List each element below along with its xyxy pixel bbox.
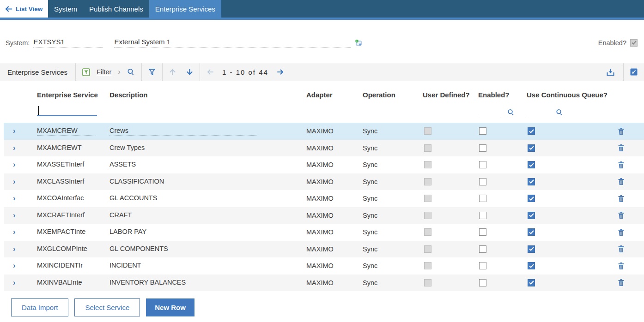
user-defined-checkbox: [424, 127, 431, 135]
clear-filter-funnel-icon[interactable]: [148, 68, 156, 76]
table-toolbar: Enterprise Services Filter ›: [0, 63, 644, 81]
queue-checkbox[interactable]: [528, 262, 535, 269]
column-header-description[interactable]: Description: [109, 91, 306, 99]
next-page-icon[interactable]: [277, 69, 284, 75]
table-row[interactable]: › MXGLCOMPInte GL COMPONENTS MAXIMO Sync: [4, 241, 644, 258]
table-row[interactable]: › MXCOAInterfac GL ACCOUNTS MAXIMO Sync: [4, 190, 644, 207]
row-description: CLASSIFICATION: [109, 178, 164, 186]
column-header-enabled[interactable]: Enabled?: [478, 91, 527, 99]
tab-enterprise-services[interactable]: Enterprise Services: [149, 0, 221, 18]
row-adapter: MAXIMO: [306, 245, 363, 253]
queue-checkbox[interactable]: [528, 212, 535, 219]
enabled-checkbox[interactable]: [479, 212, 486, 219]
footer-actions: Data Import Select Service New Row: [0, 291, 644, 316]
row-enterprise-service: MXINVBALInte: [37, 279, 82, 287]
delete-row-trash-icon[interactable]: [618, 228, 625, 236]
system-label: System:: [6, 39, 30, 47]
queue-checkbox[interactable]: [528, 279, 535, 286]
queue-checkbox[interactable]: [528, 245, 535, 253]
enabled-checkbox[interactable]: [479, 279, 486, 286]
queue-filter-search-icon[interactable]: [556, 109, 563, 116]
back-arrow-icon: [5, 6, 12, 12]
enabled-filter-search-icon[interactable]: [507, 109, 515, 116]
table-row[interactable]: › MXEMPACTInte LABOR PAY MAXIMO Sync: [4, 224, 644, 241]
select-service-button[interactable]: Select Service: [74, 298, 140, 316]
enabled-checkbox[interactable]: [479, 195, 486, 202]
collapse-table-icon[interactable]: [630, 68, 638, 76]
column-header-adapter[interactable]: Adapter: [306, 91, 363, 99]
row-operation: Sync: [363, 161, 423, 168]
enabled-checkbox[interactable]: [479, 178, 486, 185]
system-description-field[interactable]: External System 1: [114, 38, 351, 48]
next-row-icon[interactable]: [186, 68, 193, 76]
row-enterprise-service: MXAMCREWT: [37, 144, 82, 152]
enabled-checkbox[interactable]: [479, 127, 486, 135]
row-description: GL ACCOUNTS: [109, 194, 157, 203]
queue-filter-input[interactable]: [527, 108, 551, 116]
delete-row-trash-icon[interactable]: [618, 144, 625, 152]
queue-checkbox[interactable]: [528, 127, 535, 135]
row-expand-chevron-icon[interactable]: ›: [4, 279, 15, 286]
system-value-field[interactable]: EXTSYS1: [33, 38, 103, 48]
column-header-use-continuous-queue[interactable]: Use Continuous Queue?: [527, 91, 610, 99]
user-defined-checkbox: [424, 279, 431, 286]
search-icon[interactable]: [127, 68, 135, 76]
row-expand-chevron-icon[interactable]: ›: [4, 228, 15, 236]
row-expand-chevron-icon[interactable]: ›: [4, 245, 15, 253]
enabled-checkbox[interactable]: [479, 245, 486, 253]
enabled-checkbox[interactable]: [479, 228, 486, 236]
return-to-list-view[interactable]: List View: [0, 0, 48, 18]
delete-row-trash-icon[interactable]: [618, 262, 625, 270]
row-enterprise-service: MXCRAFTInterf: [37, 211, 85, 220]
system-header: System: EXTSYS1 External System 1 Enable…: [0, 20, 644, 63]
table-row[interactable]: › MXINCIDENTIr INCIDENT MAXIMO Sync: [4, 257, 644, 274]
new-row-button[interactable]: New Row: [146, 298, 194, 316]
row-expand-chevron-icon[interactable]: ›: [4, 144, 15, 152]
tab-system[interactable]: System: [48, 0, 83, 18]
enabled-checkbox[interactable]: [479, 262, 486, 269]
row-expand-chevron-icon[interactable]: ›: [4, 178, 15, 185]
table-row[interactable]: › MXASSETInterf ASSETS MAXIMO Sync: [4, 156, 644, 173]
delete-row-trash-icon[interactable]: [618, 279, 625, 286]
row-description: LABOR PAY: [109, 228, 146, 236]
row-description: ASSETS: [109, 161, 136, 169]
row-adapter: MAXIMO: [306, 178, 363, 185]
table-row[interactable]: › MXINVBALInte INVENTORY BALANCES MAXIMO…: [4, 274, 644, 292]
row-expand-chevron-icon[interactable]: ›: [4, 195, 15, 202]
table-row[interactable]: › MXAMCREWT Crew Types MAXIMO Sync: [4, 140, 644, 157]
download-icon[interactable]: [606, 68, 615, 76]
delete-row-trash-icon[interactable]: [618, 195, 625, 203]
data-import-button[interactable]: Data Import: [11, 298, 68, 316]
queue-checkbox[interactable]: [528, 228, 535, 236]
row-expand-chevron-icon[interactable]: ›: [4, 161, 15, 168]
row-expand-chevron-icon[interactable]: ›: [4, 262, 15, 269]
row-operation: Sync: [363, 178, 423, 185]
column-header-enterprise-service[interactable]: Enterprise Service: [37, 91, 109, 99]
table-row[interactable]: › MXAMCREW Crews MAXIMO Sync: [4, 123, 644, 140]
delete-row-trash-icon[interactable]: [618, 245, 625, 253]
long-description-icon[interactable]: [354, 39, 363, 47]
queue-checkbox[interactable]: [528, 144, 535, 152]
table-row[interactable]: › MXCRAFTInterf CRAFT MAXIMO Sync: [4, 207, 644, 224]
enabled-filter-input[interactable]: [478, 108, 502, 116]
queue-checkbox[interactable]: [528, 178, 535, 185]
row-expand-chevron-icon[interactable]: ›: [4, 127, 15, 135]
queue-checkbox[interactable]: [528, 195, 535, 202]
delete-row-trash-icon[interactable]: [618, 211, 625, 219]
enterprise-service-filter-input[interactable]: [37, 105, 97, 116]
enabled-checkbox[interactable]: [479, 144, 486, 152]
filter-table-icon[interactable]: [82, 68, 90, 76]
row-expand-chevron-icon[interactable]: ›: [4, 212, 15, 219]
filter-link[interactable]: Filter: [97, 68, 111, 76]
row-operation: Sync: [363, 245, 423, 253]
delete-row-trash-icon[interactable]: [618, 178, 625, 185]
tab-publish-channels[interactable]: Publish Channels: [83, 0, 149, 18]
delete-row-trash-icon[interactable]: [618, 127, 625, 135]
column-header-user-defined[interactable]: User Defined?: [423, 91, 478, 99]
enabled-checkbox[interactable]: [479, 161, 486, 168]
filter-expand-chevron-icon[interactable]: ›: [118, 67, 121, 77]
delete-row-trash-icon[interactable]: [618, 161, 625, 169]
column-header-operation[interactable]: Operation: [363, 91, 423, 99]
queue-checkbox[interactable]: [528, 161, 535, 168]
table-row[interactable]: › MXCLASSInterf CLASSIFICATION MAXIMO Sy…: [4, 173, 644, 191]
